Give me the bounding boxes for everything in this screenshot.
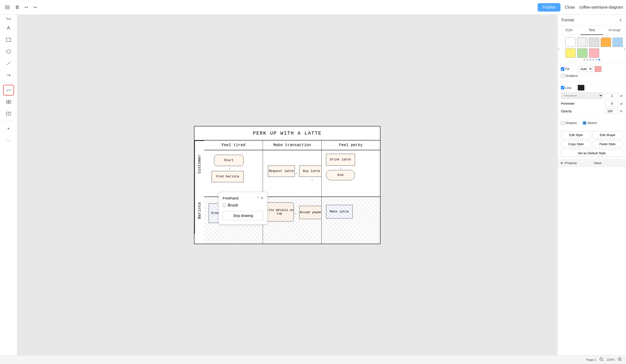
sketch-checkbox[interactable]: [583, 121, 586, 125]
add-tool[interactable]: +: [3, 123, 14, 134]
perimeter-input[interactable]: [605, 101, 618, 106]
buy-latte-shape[interactable]: Buy latte: [299, 165, 322, 177]
start-shape[interactable]: Start: [214, 155, 243, 166]
line-weight-input[interactable]: [605, 93, 618, 98]
gradient-checkbox[interactable]: [561, 74, 564, 78]
swatch-pink[interactable]: [589, 48, 599, 58]
canvas-area[interactable]: PERK UP WITH A LATTE Customer Barista Fe…: [17, 15, 557, 355]
freehand-close[interactable]: ✕: [261, 196, 263, 200]
zoom-in-button[interactable]: [618, 357, 622, 363]
end-shape[interactable]: End: [326, 170, 355, 180]
swatch-dot-6[interactable]: [598, 59, 600, 61]
line-label: Line: [561, 86, 576, 90]
freehand-minimize[interactable]: ^: [257, 196, 259, 200]
set-default-style-button[interactable]: Set as Default Style: [561, 149, 623, 157]
shape-library-tool[interactable]: [3, 96, 14, 107]
more-tool[interactable]: ⋯: [3, 135, 14, 146]
customer-perky-cell[interactable]: Drink latte ↓ End: [322, 150, 380, 197]
line-color-swatch[interactable]: [578, 85, 585, 91]
arrow-write-accept: →: [294, 212, 296, 216]
delete-button[interactable]: 🗑: [14, 3, 21, 11]
barista-perky-cell[interactable]: Make latte: [322, 197, 380, 244]
swimlane-diagram[interactable]: PERK UP WITH A LATTE Customer Barista Fe…: [194, 126, 381, 244]
zoom-out-button[interactable]: [599, 357, 604, 363]
prop-collapse-icon: ▶: [561, 161, 563, 165]
line-row: Line: [561, 85, 623, 91]
panel-collapse-button[interactable]: ∧: [619, 18, 622, 22]
fill-auto-select[interactable]: Auto: [578, 66, 593, 72]
rectangle-tool[interactable]: [3, 34, 14, 45]
tab-text[interactable]: Text: [580, 26, 603, 35]
customer-tired-cell[interactable]: Start ↓ Find barista →: [204, 150, 263, 197]
customer-transaction-cell[interactable]: Request latte → Buy latte ↓: [263, 150, 322, 197]
tab-arrange[interactable]: Arrange: [603, 26, 626, 35]
copy-style-button[interactable]: Copy Style: [561, 140, 591, 148]
svg-line-13: [602, 360, 603, 361]
svg-rect-5: [6, 100, 8, 102]
brush-label: Brush: [228, 203, 238, 207]
swatch-orange[interactable]: [601, 38, 611, 47]
diagram-container: PERK UP WITH A LATTE Customer Barista Fe…: [194, 126, 381, 244]
undo-button[interactable]: ↩: [23, 3, 30, 11]
swatch-dot-4[interactable]: [592, 59, 594, 61]
redo-button[interactable]: ↪: [32, 3, 38, 11]
make-latte-shape[interactable]: Make latte: [326, 205, 352, 219]
freehand-controls: ^ ✕: [257, 196, 263, 200]
line-tool[interactable]: [3, 58, 14, 69]
text-tool[interactable]: A: [3, 23, 14, 33]
svg-rect-6: [9, 100, 11, 102]
request-latte-shape[interactable]: Request latte: [268, 165, 295, 177]
property-table-header[interactable]: ▶ Property Value: [557, 159, 626, 167]
swatch-green[interactable]: [577, 48, 587, 58]
gradient-label: Gradient: [561, 74, 578, 78]
swatch-yellow[interactable]: [565, 48, 576, 58]
paste-style-button[interactable]: Paste Style: [593, 140, 623, 148]
shadow-checkbox[interactable]: [561, 121, 564, 125]
swatch-gray[interactable]: [589, 38, 599, 47]
line-checkbox[interactable]: [561, 86, 564, 89]
fill-color-swatch[interactable]: [595, 66, 601, 72]
swatches-section: ‹ ›: [557, 35, 626, 63]
fill-label: Fill: [561, 67, 576, 71]
lane-headers: Customer Barista: [195, 140, 204, 244]
line-style-select[interactable]: ────── - - - -: [561, 93, 603, 99]
line-weight-unit: pt: [620, 94, 623, 97]
tab-style[interactable]: Style: [557, 26, 580, 35]
arrow-request-buy: →: [295, 171, 297, 175]
edit-shape-button[interactable]: Edit Shape: [593, 131, 623, 139]
close-button[interactable]: Close: [562, 4, 577, 11]
opacity-row: Opacity %: [561, 108, 623, 114]
write-details-shape[interactable]: Write details on cup: [265, 202, 294, 222]
swatch-light-gray[interactable]: [577, 38, 587, 47]
swatch-blue[interactable]: [613, 38, 623, 47]
menu-icon[interactable]: [3, 4, 12, 11]
perimeter-label: Perimeter: [561, 102, 603, 105]
opacity-input[interactable]: [605, 108, 618, 114]
accept-payment-shape[interactable]: Accept payment: [299, 206, 322, 219]
find-barista-shape[interactable]: Find barista: [212, 171, 243, 182]
brush-checkbox[interactable]: [223, 203, 226, 207]
swatch-nav-left[interactable]: ‹: [558, 47, 559, 51]
barista-transaction-cell[interactable]: Write details on cup → Accept payment →: [263, 197, 322, 244]
table-tool[interactable]: [3, 108, 14, 119]
perimeter-row: Perimeter pt: [561, 101, 623, 106]
stop-drawing-button[interactable]: Stop drawing: [223, 211, 263, 220]
swatch-white[interactable]: [565, 38, 576, 47]
diagram-title: PERK UP WITH A LATTE: [195, 126, 380, 140]
ellipse-tool[interactable]: [3, 46, 14, 57]
swatch-dot-3[interactable]: [589, 59, 591, 61]
edit-style-button[interactable]: Edit Style: [561, 131, 591, 139]
svg-line-2: [7, 62, 10, 65]
fill-checkbox[interactable]: [561, 67, 564, 71]
publish-button[interactable]: Publish: [538, 3, 560, 11]
drink-latte-shape[interactable]: Drink latte: [326, 154, 355, 165]
opacity-label: Opacity: [561, 109, 603, 113]
swatch-dot-2[interactable]: [587, 59, 588, 61]
barista-lane-label: Barista: [195, 187, 204, 234]
swatch-dot-5[interactable]: [595, 59, 597, 61]
arrow-tool[interactable]: [3, 70, 14, 81]
freehand-tool[interactable]: [3, 85, 14, 96]
swatch-dot-1[interactable]: [584, 59, 586, 61]
svg-rect-8: [9, 102, 11, 104]
swatch-nav-right[interactable]: ›: [624, 47, 626, 51]
